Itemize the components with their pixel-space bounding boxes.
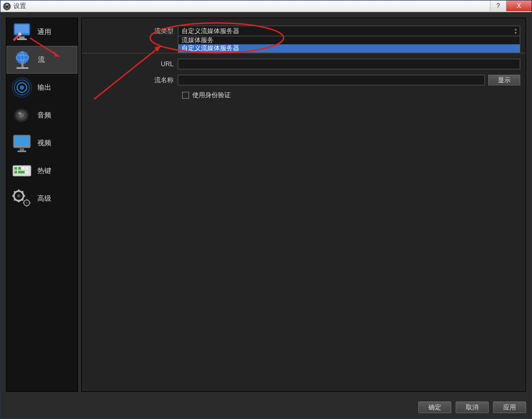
speaker-icon bbox=[11, 105, 33, 126]
dialog-buttons: 确定 取消 应用 bbox=[418, 401, 526, 413]
sidebar-label-hotkeys: 热键 bbox=[37, 166, 51, 176]
url-field bbox=[178, 59, 520, 69]
svg-point-8 bbox=[16, 51, 29, 64]
stream-name-label: 流名称 bbox=[87, 76, 178, 85]
sidebar-item-output[interactable]: 输出 bbox=[6, 74, 77, 101]
content-wrapper: 通用 流 bbox=[1, 12, 531, 418]
svg-rect-31 bbox=[26, 171, 28, 173]
sidebar-label-stream: 流 bbox=[38, 55, 45, 65]
svg-rect-30 bbox=[18, 171, 25, 173]
app-icon bbox=[3, 2, 11, 11]
svg-rect-29 bbox=[14, 171, 17, 173]
url-input[interactable] bbox=[178, 59, 520, 69]
url-row: URL bbox=[87, 59, 520, 69]
svg-point-43 bbox=[26, 202, 28, 204]
stream-type-field: 自定义流媒体服务器 ▲▼ 流媒体服务 自定义流媒体服务器 bbox=[178, 26, 520, 36]
sidebar-item-general[interactable]: 通用 bbox=[6, 18, 77, 46]
show-button[interactable]: 显示 bbox=[488, 75, 520, 85]
stream-name-input[interactable] bbox=[178, 75, 485, 85]
stream-name-field: 显示 bbox=[178, 75, 520, 85]
svg-rect-11 bbox=[17, 67, 28, 69]
url-label: URL bbox=[87, 60, 178, 68]
svg-rect-4 bbox=[15, 25, 29, 33]
svg-line-41 bbox=[22, 192, 24, 193]
chevron-updown-icon: ▲▼ bbox=[514, 26, 518, 36]
titlebar: 设置 ? X bbox=[1, 1, 531, 12]
sidebar: 通用 流 bbox=[6, 18, 78, 392]
svg-line-38 bbox=[14, 192, 16, 193]
apply-button[interactable]: 应用 bbox=[493, 401, 526, 413]
stream-type-label: 流类型 bbox=[87, 27, 178, 36]
sidebar-item-stream[interactable]: 流 bbox=[6, 46, 77, 74]
gears-icon bbox=[11, 188, 33, 209]
sidebar-label-audio: 音频 bbox=[37, 110, 51, 120]
svg-rect-22 bbox=[20, 148, 24, 151]
sidebar-item-advanced[interactable]: 高级 bbox=[6, 185, 77, 212]
svg-rect-23 bbox=[18, 151, 26, 152]
svg-point-2 bbox=[6, 4, 8, 6]
use-auth-checkbox[interactable] bbox=[182, 92, 189, 99]
sidebar-label-advanced: 高级 bbox=[37, 194, 51, 203]
window-controls: ? X bbox=[490, 1, 531, 11]
window-title: 设置 bbox=[13, 2, 26, 11]
sidebar-item-audio[interactable]: 音频 bbox=[6, 101, 77, 129]
svg-point-33 bbox=[17, 194, 20, 197]
keyboard-icon bbox=[11, 160, 33, 181]
stream-name-row: 流名称 显示 bbox=[87, 75, 520, 85]
stream-settings-panel: 流类型 自定义流媒体服务器 ▲▼ 流媒体服务 自定义流媒体服务器 bbox=[81, 18, 526, 392]
use-auth-label: 使用身份验证 bbox=[192, 91, 231, 100]
sidebar-label-output: 输出 bbox=[37, 83, 51, 92]
stream-type-option-custom[interactable]: 自定义流媒体服务器 bbox=[178, 44, 520, 52]
svg-point-12 bbox=[20, 85, 24, 90]
stream-type-select[interactable]: 自定义流媒体服务器 ▲▼ bbox=[178, 26, 520, 36]
broadcast-icon bbox=[11, 77, 33, 98]
close-button[interactable]: X bbox=[506, 1, 531, 11]
svg-point-19 bbox=[18, 112, 21, 114]
svg-rect-27 bbox=[22, 167, 25, 170]
svg-rect-21 bbox=[14, 136, 29, 146]
stream-type-row: 流类型 自定义流媒体服务器 ▲▼ 流媒体服务 自定义流媒体服务器 bbox=[87, 26, 520, 36]
svg-line-40 bbox=[14, 199, 16, 201]
settings-window: 设置 ? X bbox=[0, 0, 532, 419]
svg-rect-25 bbox=[14, 167, 17, 170]
divider bbox=[82, 53, 526, 53]
sidebar-item-hotkeys[interactable]: 热键 bbox=[6, 157, 77, 185]
sidebar-label-video: 视频 bbox=[37, 138, 51, 148]
globe-network-icon bbox=[11, 49, 34, 70]
svg-line-39 bbox=[22, 199, 24, 201]
sidebar-item-video[interactable]: 视频 bbox=[6, 129, 77, 157]
main-area: 通用 流 bbox=[6, 18, 526, 392]
svg-rect-5 bbox=[19, 36, 25, 38]
cancel-button[interactable]: 取消 bbox=[456, 401, 489, 413]
ok-button[interactable]: 确定 bbox=[418, 401, 451, 413]
monitor-icon bbox=[11, 132, 33, 154]
svg-point-7 bbox=[18, 33, 21, 36]
svg-rect-28 bbox=[26, 167, 28, 170]
stream-type-option-service[interactable]: 流媒体服务 bbox=[178, 36, 520, 44]
monitor-wrench-icon bbox=[11, 21, 33, 43]
help-button[interactable]: ? bbox=[490, 1, 506, 11]
sidebar-label-general: 通用 bbox=[37, 27, 51, 37]
svg-rect-10 bbox=[21, 63, 24, 67]
stream-type-dropdown: 流媒体服务 自定义流媒体服务器 bbox=[178, 36, 520, 53]
svg-rect-6 bbox=[17, 38, 27, 40]
use-auth-row: 使用身份验证 bbox=[182, 91, 520, 100]
stream-type-value: 自定义流媒体服务器 bbox=[182, 27, 239, 36]
svg-rect-26 bbox=[18, 167, 21, 170]
